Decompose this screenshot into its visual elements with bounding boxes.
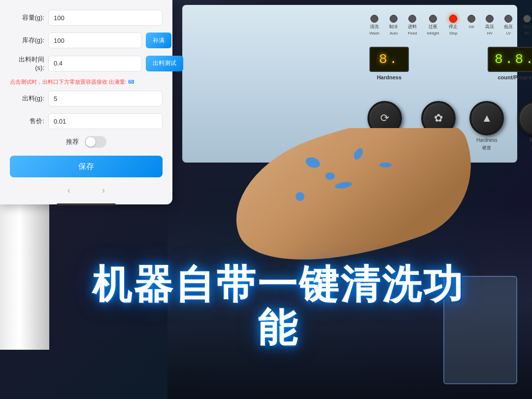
capacity-row: 容量(g): — [10, 10, 163, 26]
status-auto: 制冷 Auto — [389, 15, 398, 35]
hardness-display: 8. — [369, 47, 409, 72]
hv-cn-label: 高压 — [485, 24, 494, 30]
chinese-overlay: 机器自带一键清洗功 能 — [49, 263, 507, 350]
dispense-time-input[interactable] — [48, 56, 142, 71]
displays-row: 8. Hardness 8.8.8. count/Progress value — [369, 47, 532, 80]
chinese-line1: 机器自带一键清洗功 — [49, 263, 507, 306]
auto-btn-group: ✿ Auto 制冷 — [421, 101, 456, 151]
lv-en-label: LV — [506, 31, 511, 35]
capacity-label: 容量(g): — [10, 13, 44, 22]
ok-en-label: OK — [469, 25, 475, 29]
progress-display-group: 8.8.8. count/Progress value — [488, 47, 532, 80]
machine-control-panel: 清洗 Wash 制冷 Auto 进料 Feed 过夜 inNight 停止 — [182, 5, 517, 163]
auto-en-label: Auto — [433, 137, 444, 143]
warning-area: 点击测试时，出料口下方零放置容器接收 出液量: 68 — [10, 78, 163, 86]
left-settings-panel: 容量(g): 库存(g): 补满 出料时间(s): 出料测试 点击测试时，出料口… — [0, 0, 172, 204]
night-en-label: Night — [530, 137, 532, 143]
auto-button[interactable]: ✿ — [421, 101, 456, 135]
stop-en-label: Stop — [449, 31, 457, 35]
fc-en-label: FC — [525, 31, 530, 35]
hardness-display-group: 8. Hardness — [369, 47, 409, 80]
night-en-label: inNight — [427, 31, 439, 35]
navigation-row: ‹ › — [10, 183, 163, 198]
dispense-weight-row: 出料(g): — [10, 91, 163, 106]
progress-display: 8.8.8. — [488, 47, 532, 72]
paint-drop-5 — [379, 163, 392, 167]
recommend-toggle[interactable] — [85, 136, 106, 148]
hardness-label: Hardness — [377, 74, 401, 80]
night-button[interactable]: ☽ — [518, 101, 532, 135]
dispense-time-row: 出料时间(s): 出料测试 — [10, 55, 163, 71]
hv-en-label: HV — [487, 31, 493, 35]
stop-cn-label: 停止 — [449, 24, 458, 30]
fc-light — [523, 15, 531, 23]
auto-light — [390, 15, 398, 23]
test-dispense-button[interactable]: 出料测试 — [146, 56, 183, 71]
paint-drop-2 — [325, 172, 335, 180]
stop-light — [449, 15, 457, 23]
save-button[interactable]: 保存 — [10, 156, 163, 177]
status-lv: 低压 LV — [504, 15, 513, 35]
stock-row: 库存(g): 补满 — [10, 33, 163, 48]
wash-pump-cn-label: 清洗/抽料 — [375, 145, 395, 151]
price-input[interactable] — [48, 113, 163, 129]
status-indicators-row: 清洗 Wash 制冷 Auto 进料 Feed 过夜 inNight 停止 — [369, 15, 532, 35]
paint-drop-3 — [334, 181, 353, 190]
stock-label: 库存(g): — [10, 36, 44, 45]
lv-light — [504, 15, 512, 23]
status-wash: 清洗 Wash — [369, 15, 379, 35]
feed-en-label: Feed — [408, 31, 417, 35]
refill-button[interactable]: 补满 — [146, 33, 171, 48]
progress-label: count/Progress value — [498, 74, 532, 80]
feed-light — [408, 15, 416, 23]
hardness-cn-label: 硬度 — [482, 145, 491, 151]
warning-num-value: 68 — [128, 79, 134, 85]
dispense-time-label: 出料时间(s): — [10, 55, 44, 71]
dispense-weight-input[interactable] — [48, 91, 163, 106]
hardness-btn-group: ▲ Hardness 硬度 — [469, 101, 504, 151]
auto-en-label: Auto — [390, 31, 398, 35]
recommend-row: 推荐 — [10, 136, 163, 148]
auto-cn-label: 制冷 — [389, 24, 398, 30]
auto-cn-label: 制冷 — [434, 145, 443, 151]
status-stop: 停止 Stop — [449, 15, 458, 35]
price-row: 售价: — [10, 113, 163, 129]
next-button[interactable]: › — [96, 183, 111, 198]
wash-pump-button[interactable]: ⟳ — [367, 101, 402, 135]
wash-en-label: Wash — [369, 31, 379, 35]
feed-cn-label: 进料 — [408, 24, 417, 30]
status-night: 过夜 inNight — [427, 15, 439, 35]
control-buttons-row: ⟳ Wash/Pump material 清洗/抽料 ✿ Auto 制冷 ▲ H… — [362, 101, 532, 151]
night-btn-group: ☽ Night 过夜 — [518, 101, 532, 151]
status-fc: 冰缸 FC — [523, 15, 532, 35]
hardness-en-label: Hardness — [476, 137, 498, 143]
night-cn-label: 过夜 — [429, 24, 437, 30]
toggle-knob — [86, 137, 96, 147]
fc-cn-label: 冰缸 — [523, 24, 532, 30]
bottom-bar — [57, 203, 116, 205]
hardness-button[interactable]: ▲ — [469, 101, 504, 135]
wash-cn-label: 清洗 — [370, 24, 379, 30]
night-light — [429, 15, 437, 23]
recommend-label: 推荐 — [66, 137, 79, 146]
chinese-line2: 能 — [49, 306, 507, 350]
status-feed: 进料 Feed — [408, 15, 417, 35]
wash-light — [370, 15, 378, 23]
warning-num-label: 出液量: — [109, 79, 128, 85]
status-ok: OK — [467, 15, 475, 29]
dispense-weight-label: 出料(g): — [10, 94, 44, 103]
capacity-input[interactable] — [48, 10, 163, 26]
wash-pump-en-label: Wash/Pump material — [362, 137, 407, 143]
paint-drop-6 — [296, 192, 304, 201]
warning-message: 点击测试时，出料口下方零放置容器接收 — [10, 79, 107, 85]
ok-light — [467, 15, 475, 23]
wash-pump-btn-group: ⟳ Wash/Pump material 清洗/抽料 — [362, 101, 407, 151]
stock-input[interactable] — [48, 33, 142, 48]
price-label: 售价: — [10, 117, 44, 126]
lv-cn-label: 低压 — [504, 24, 513, 30]
hv-light — [486, 15, 494, 23]
status-hv: 高压 HV — [485, 15, 494, 35]
prev-button[interactable]: ‹ — [62, 183, 76, 198]
